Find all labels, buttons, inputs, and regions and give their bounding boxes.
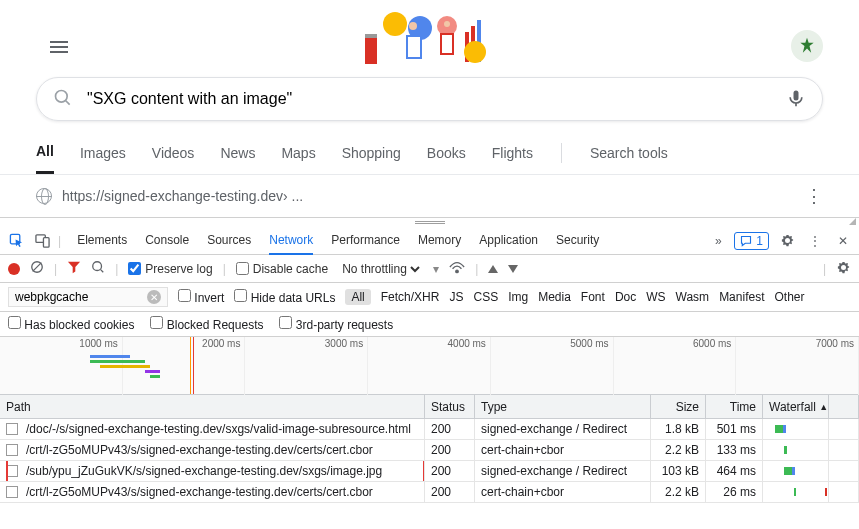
profile-avatar[interactable] bbox=[791, 30, 823, 62]
google-doodle[interactable] bbox=[0, 0, 859, 77]
tab-videos[interactable]: Videos bbox=[152, 133, 195, 173]
row-checkbox[interactable] bbox=[6, 465, 18, 477]
cell-status: 200 bbox=[425, 482, 475, 502]
filter-input[interactable] bbox=[15, 290, 135, 304]
filter-type-all[interactable]: All bbox=[345, 289, 370, 305]
device-toggle-icon[interactable] bbox=[32, 231, 52, 251]
hide-data-urls-checkbox[interactable]: Hide data URLs bbox=[234, 289, 335, 305]
network-overview[interactable]: 1000 ms2000 ms3000 ms4000 ms5000 ms6000 … bbox=[0, 337, 859, 395]
header-size[interactable]: Size bbox=[651, 395, 706, 418]
search-box[interactable] bbox=[36, 77, 823, 121]
network-conditions-icon[interactable] bbox=[449, 260, 465, 277]
search-input[interactable] bbox=[87, 90, 786, 108]
kebab-icon[interactable]: ⋮ bbox=[805, 231, 825, 251]
header-waterfall[interactable]: Waterfall ▲ bbox=[763, 395, 829, 418]
filter-type-css[interactable]: CSS bbox=[473, 290, 498, 304]
filter-type-media[interactable]: Media bbox=[538, 290, 571, 304]
svg-rect-5 bbox=[407, 36, 421, 58]
filter-type-other[interactable]: Other bbox=[774, 290, 804, 304]
header-type[interactable]: Type bbox=[475, 395, 651, 418]
filter-type-ws[interactable]: WS bbox=[646, 290, 665, 304]
upload-icon[interactable] bbox=[488, 265, 498, 273]
result-url: https://signed-exchange-testing.dev bbox=[62, 188, 283, 204]
tab-maps[interactable]: Maps bbox=[281, 133, 315, 173]
cell-size: 2.2 kB bbox=[651, 482, 706, 502]
header-status[interactable]: Status bbox=[425, 395, 475, 418]
panel-application[interactable]: Application bbox=[479, 227, 538, 255]
filter-type-fetchxhr[interactable]: Fetch/XHR bbox=[381, 290, 440, 304]
search-result[interactable]: https://signed-exchange-testing.dev › ..… bbox=[0, 175, 859, 217]
filter-type-js[interactable]: JS bbox=[449, 290, 463, 304]
disable-cache-checkbox[interactable]: Disable cache bbox=[236, 262, 328, 276]
table-row[interactable]: /sub/ypu_jZuGukVK/s/signed-exchange-test… bbox=[0, 461, 859, 482]
result-suffix: › ... bbox=[283, 188, 303, 204]
cell-type: signed-exchange / Redirect bbox=[475, 461, 651, 481]
tab-flights[interactable]: Flights bbox=[492, 133, 533, 173]
header-path[interactable]: Path bbox=[0, 395, 425, 418]
svg-point-13 bbox=[56, 90, 68, 102]
blocked-cookies-checkbox[interactable]: Has blocked cookies bbox=[8, 316, 134, 332]
panel-network[interactable]: Network bbox=[269, 227, 313, 255]
filter-type-doc[interactable]: Doc bbox=[615, 290, 636, 304]
cell-status: 200 bbox=[425, 419, 475, 439]
clear-filter-icon[interactable]: ✕ bbox=[147, 290, 161, 304]
panel-memory[interactable]: Memory bbox=[418, 227, 461, 255]
filter-type-font[interactable]: Font bbox=[581, 290, 605, 304]
hamburger-menu-icon[interactable] bbox=[50, 38, 68, 56]
table-row[interactable]: /doc/-/s/signed-exchange-testing.dev/sxg… bbox=[0, 419, 859, 440]
panel-console[interactable]: Console bbox=[145, 227, 189, 255]
svg-point-4 bbox=[409, 22, 417, 30]
search-icon bbox=[53, 88, 73, 111]
cell-path: /doc/-/s/signed-exchange-testing.dev/sxg… bbox=[26, 422, 411, 436]
filter-type-img[interactable]: Img bbox=[508, 290, 528, 304]
search-network-icon[interactable] bbox=[91, 260, 105, 277]
tab-shopping[interactable]: Shopping bbox=[342, 133, 401, 173]
svg-rect-0 bbox=[365, 36, 377, 64]
clear-icon[interactable] bbox=[30, 260, 44, 277]
search-tools[interactable]: Search tools bbox=[590, 133, 668, 173]
row-checkbox[interactable] bbox=[6, 444, 18, 456]
close-devtools-icon[interactable]: ✕ bbox=[833, 231, 853, 251]
throttling-select[interactable]: No throttling bbox=[338, 261, 423, 277]
issues-button[interactable]: 1 bbox=[734, 232, 769, 250]
mic-icon[interactable] bbox=[786, 88, 806, 111]
inspect-icon[interactable] bbox=[6, 231, 26, 251]
panel-security[interactable]: Security bbox=[556, 227, 599, 255]
svg-line-21 bbox=[33, 263, 42, 272]
thirdparty-checkbox[interactable]: 3rd-party requests bbox=[279, 316, 393, 332]
filter-input-wrap: ✕ bbox=[8, 287, 168, 307]
network-settings-icon[interactable] bbox=[836, 260, 851, 278]
tab-books[interactable]: Books bbox=[427, 133, 466, 173]
settings-icon[interactable] bbox=[777, 231, 797, 251]
devtools-drag-handle[interactable] bbox=[0, 217, 859, 227]
search-tabs: AllImagesVideosNewsMapsShoppingBooksFlig… bbox=[0, 131, 859, 175]
download-icon[interactable] bbox=[508, 265, 518, 273]
svg-point-12 bbox=[464, 41, 486, 63]
tab-images[interactable]: Images bbox=[80, 133, 126, 173]
filter-type-wasm[interactable]: Wasm bbox=[676, 290, 710, 304]
tab-news[interactable]: News bbox=[220, 133, 255, 173]
row-checkbox[interactable] bbox=[6, 486, 18, 498]
record-icon[interactable] bbox=[8, 263, 20, 275]
cell-size: 2.2 kB bbox=[651, 440, 706, 460]
panel-elements[interactable]: Elements bbox=[77, 227, 127, 255]
cell-waterfall bbox=[763, 440, 829, 460]
svg-rect-8 bbox=[441, 34, 453, 54]
table-row[interactable]: /crt/l-zG5oMUPv43/s/signed-exchange-test… bbox=[0, 482, 859, 503]
filter-type-manifest[interactable]: Manifest bbox=[719, 290, 764, 304]
more-panels-icon[interactable]: » bbox=[708, 231, 728, 251]
panel-sources[interactable]: Sources bbox=[207, 227, 251, 255]
filter-icon[interactable] bbox=[67, 260, 81, 277]
more-icon[interactable]: ⋮ bbox=[805, 185, 823, 207]
row-checkbox[interactable] bbox=[6, 423, 18, 435]
preserve-log-checkbox[interactable]: Preserve log bbox=[128, 262, 212, 276]
tab-all[interactable]: All bbox=[36, 131, 54, 174]
header-time[interactable]: Time bbox=[706, 395, 763, 418]
cell-type: cert-chain+cbor bbox=[475, 440, 651, 460]
blocked-requests-checkbox[interactable]: Blocked Requests bbox=[150, 316, 263, 332]
cell-status: 200 bbox=[425, 461, 475, 481]
svg-rect-1 bbox=[365, 34, 377, 38]
panel-performance[interactable]: Performance bbox=[331, 227, 400, 255]
invert-checkbox[interactable]: Invert bbox=[178, 289, 224, 305]
table-row[interactable]: /crt/l-zG5oMUPv43/s/signed-exchange-test… bbox=[0, 440, 859, 461]
